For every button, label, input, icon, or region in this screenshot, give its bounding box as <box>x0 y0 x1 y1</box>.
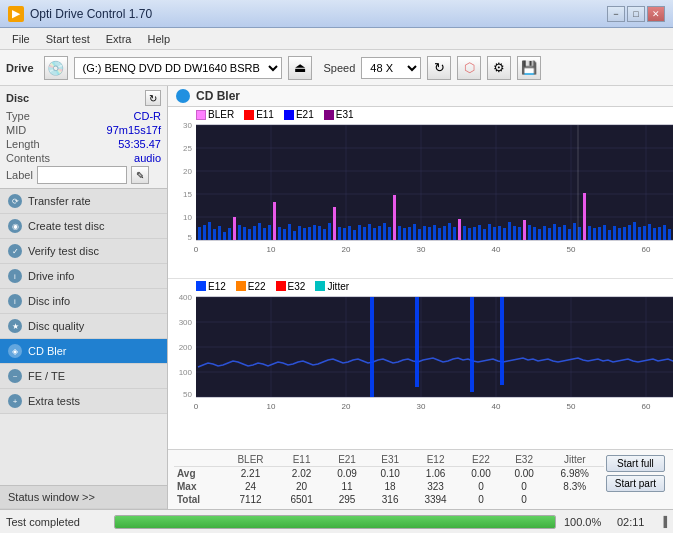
start-part-button[interactable]: Start part <box>606 475 665 492</box>
disc-mid-key: MID <box>6 124 26 136</box>
menu-extra[interactable]: Extra <box>98 31 140 47</box>
start-full-button[interactable]: Start full <box>606 455 665 472</box>
legend-e21: E21 <box>284 109 314 120</box>
disc-label-edit-button[interactable]: ✎ <box>131 166 149 184</box>
eject-button[interactable]: ⏏ <box>288 56 312 80</box>
svg-text:0: 0 <box>194 402 199 411</box>
disc-type-key: Type <box>6 110 30 122</box>
svg-rect-85 <box>453 227 456 240</box>
speed-select[interactable]: 48 X 40 X 32 X 24 X 16 X 8 X <box>361 57 421 79</box>
stats-max-e21: 11 <box>325 480 368 493</box>
svg-rect-92 <box>488 224 491 240</box>
maximize-button[interactable]: □ <box>627 6 645 22</box>
sidebar-item-drive-info[interactable]: i Drive info <box>0 264 167 289</box>
svg-text:400: 400 <box>179 293 193 302</box>
stats-total-e31: 316 <box>369 493 412 506</box>
svg-rect-86 <box>458 219 461 240</box>
stats-total-jitter <box>546 493 604 506</box>
svg-rect-109 <box>573 223 576 240</box>
svg-rect-47 <box>263 228 266 240</box>
svg-rect-72 <box>388 227 391 240</box>
speed-icon[interactable]: ↻ <box>427 56 451 80</box>
svg-text:20: 20 <box>342 402 351 411</box>
sidebar-item-fe-te[interactable]: ~ FE / TE <box>0 364 167 389</box>
disc-quality-icon: ★ <box>8 319 22 333</box>
stats-max-e11: 20 <box>278 480 326 493</box>
drive-select[interactable]: (G:) BENQ DVD DD DW1640 BSRB <box>74 57 282 79</box>
svg-rect-94 <box>498 226 501 240</box>
sidebar-item-cd-bler[interactable]: ◈ CD Bler <box>0 339 167 364</box>
titlebar: ▶ Opti Drive Control 1.70 − □ ✕ <box>0 0 673 28</box>
svg-rect-121 <box>633 222 636 240</box>
svg-text:30: 30 <box>417 402 426 411</box>
svg-rect-73 <box>393 195 396 240</box>
sidebar-item-disc-info[interactable]: i Disc info <box>0 289 167 314</box>
svg-text:200: 200 <box>179 343 193 352</box>
sidebar-item-extra-tests[interactable]: + Extra tests <box>0 389 167 414</box>
svg-rect-89 <box>473 227 476 240</box>
svg-rect-120 <box>628 225 631 240</box>
svg-rect-126 <box>658 227 661 240</box>
status-window-button[interactable]: Status window >> <box>0 485 167 509</box>
svg-rect-34 <box>198 227 201 240</box>
svg-rect-87 <box>463 226 466 240</box>
stats-col-e12: E12 <box>412 453 460 467</box>
svg-rect-88 <box>468 228 471 240</box>
stats-col-e22: E22 <box>459 453 502 467</box>
erase-button[interactable]: ⬡ <box>457 56 481 80</box>
sidebar-item-label-drive-info: Drive info <box>28 270 74 282</box>
menu-start-test[interactable]: Start test <box>38 31 98 47</box>
legend-bler-label: BLER <box>208 109 234 120</box>
sidebar-item-transfer-rate[interactable]: ⟳ Transfer rate <box>0 189 167 214</box>
status-indicator-icon: ▐ <box>660 516 667 527</box>
disc-label-row: Label ✎ <box>6 166 161 184</box>
svg-rect-66 <box>358 225 361 240</box>
stats-col-jitter: Jitter <box>546 453 604 467</box>
stats-max-e22: 0 <box>459 480 502 493</box>
svg-rect-78 <box>418 229 421 240</box>
settings-button[interactable]: ⚙ <box>487 56 511 80</box>
svg-rect-84 <box>448 223 451 240</box>
svg-rect-98 <box>518 227 521 240</box>
sidebar-item-create-test-disc[interactable]: ◉ Create test disc <box>0 214 167 239</box>
legend-e31-box <box>324 110 334 120</box>
create-test-disc-icon: ◉ <box>8 219 22 233</box>
sidebar: Disc ↻ Type CD-R MID 97m15s17f Length 53… <box>0 86 168 509</box>
stats-avg-e21: 0.09 <box>325 467 368 481</box>
top-chart-legend: BLER E11 E21 E31 <box>196 109 360 120</box>
sidebar-item-disc-quality[interactable]: ★ Disc quality <box>0 314 167 339</box>
sidebar-item-verify-test-disc[interactable]: ✓ Verify test disc <box>0 239 167 264</box>
stats-max-label: Max <box>174 480 223 493</box>
svg-rect-39 <box>223 232 226 240</box>
menu-file[interactable]: File <box>4 31 38 47</box>
svg-text:50: 50 <box>567 245 576 254</box>
stats-col-label <box>174 453 223 467</box>
disc-contents-row: Contents audio <box>6 152 161 164</box>
svg-rect-64 <box>348 226 351 240</box>
disc-refresh-button[interactable]: ↻ <box>145 90 161 106</box>
menu-help[interactable]: Help <box>139 31 178 47</box>
svg-rect-95 <box>503 228 506 240</box>
disc-contents-val: audio <box>134 152 161 164</box>
cd-bler-icon: ◈ <box>8 344 22 358</box>
svg-rect-69 <box>373 228 376 240</box>
disc-contents-key: Contents <box>6 152 50 164</box>
svg-rect-80 <box>428 227 431 240</box>
disc-mid-row: MID 97m15s17f <box>6 124 161 136</box>
disc-mid-val: 97m15s17f <box>107 124 161 136</box>
stats-col-e21: E21 <box>325 453 368 467</box>
svg-rect-125 <box>653 228 656 240</box>
svg-text:60: 60 <box>642 245 651 254</box>
close-button[interactable]: ✕ <box>647 6 665 22</box>
svg-text:5: 5 <box>188 233 193 242</box>
svg-rect-45 <box>253 226 256 240</box>
disc-label-input[interactable] <box>37 166 127 184</box>
save-button[interactable]: 💾 <box>517 56 541 80</box>
minimize-button[interactable]: − <box>607 6 625 22</box>
svg-rect-37 <box>213 229 216 240</box>
status-window-label: Status window >> <box>8 491 95 503</box>
stats-avg-bler: 2.21 <box>223 467 277 481</box>
legend-e22-box <box>236 281 246 291</box>
stats-col-e31: E31 <box>369 453 412 467</box>
svg-rect-50 <box>278 227 281 240</box>
